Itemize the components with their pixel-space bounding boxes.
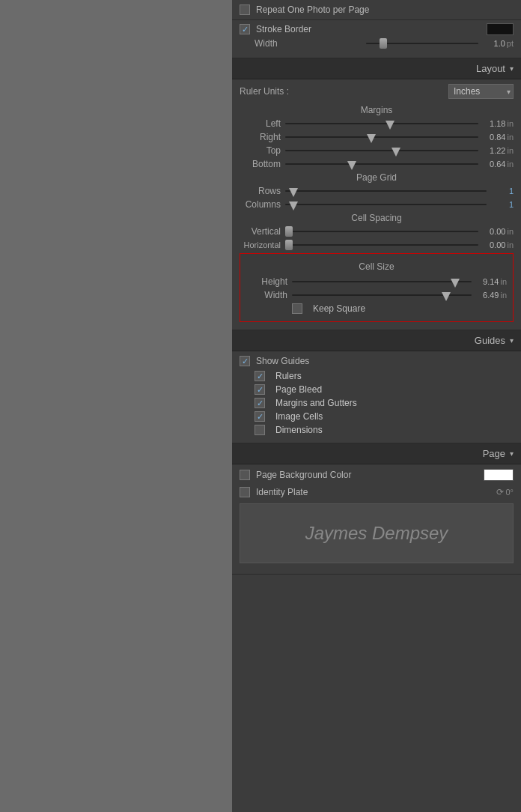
rows-label: Rows (240, 186, 281, 196)
stroke-border-checkbox[interactable] (240, 24, 250, 34)
identity-plate-rotation: 0° (505, 488, 514, 497)
margin-left-label: Left (240, 118, 281, 129)
columns-slider[interactable] (285, 199, 487, 210)
margin-top-label: Top (240, 145, 281, 156)
cell-spacing-title: Cell Spacing (240, 213, 514, 223)
page-bg-color-row: Page Background Color (240, 469, 514, 481)
cell-width-unit: in (500, 291, 507, 300)
vertical-spacing-label: Vertical (240, 226, 281, 237)
page-section-header[interactable]: Page ▾ (232, 443, 521, 464)
cell-height-value: 9.14 (472, 277, 499, 286)
margin-top-unit: in (507, 146, 514, 155)
layout-arrow-icon: ▾ (510, 64, 514, 73)
left-panel (0, 0, 232, 812)
vertical-spacing-unit: in (507, 227, 514, 236)
guides-arrow-icon: ▾ (510, 336, 514, 345)
cell-height-row: Height 9.14 in (246, 276, 507, 287)
rulers-checkbox[interactable] (255, 371, 265, 381)
identity-plate-preview: Jaymes Dempsey (240, 503, 514, 563)
stroke-border-section: Stroke Border Width 1.0 pt (232, 20, 521, 58)
show-guides-label: Show Guides (256, 356, 514, 366)
ruler-units-select-wrapper[interactable]: Inches Centimeters Points (448, 84, 514, 99)
horizontal-spacing-slider[interactable] (285, 240, 478, 250)
guides-content: Show Guides Rulers Page Bleed Margins an… (232, 351, 521, 443)
identity-plate-row: Identity Plate ⟳ 0° (240, 487, 514, 497)
horizontal-spacing-value: 0.00 (478, 240, 505, 249)
stroke-width-label: Width (255, 38, 366, 49)
rows-slider[interactable] (285, 186, 487, 196)
margins-gutters-label: Margins and Gutters (275, 398, 357, 408)
cell-width-label: Width (246, 290, 287, 300)
page-bg-color-label: Page Background Color (256, 470, 484, 480)
page-bg-color-swatch[interactable] (484, 469, 514, 481)
keep-square-row: Keep Square (246, 303, 507, 314)
page-bg-color-checkbox[interactable] (240, 470, 250, 480)
identity-plate-checkbox[interactable] (240, 487, 250, 497)
keep-square-checkbox[interactable] (292, 303, 302, 314)
guides-header-label: Guides (475, 335, 505, 346)
show-guides-checkbox[interactable] (240, 356, 250, 366)
margin-top-slider[interactable] (285, 145, 478, 156)
page-bleed-checkbox[interactable] (255, 384, 265, 395)
cell-height-label: Height (246, 276, 287, 287)
cell-width-value: 6.49 (472, 291, 499, 300)
layout-content: Ruler Units : Inches Centimeters Points … (232, 79, 521, 330)
margin-right-slider[interactable] (285, 132, 478, 142)
margin-bottom-unit: in (507, 160, 514, 169)
show-guides-row: Show Guides (240, 356, 514, 366)
image-cells-label: Image Cells (275, 411, 323, 422)
vertical-spacing-slider[interactable] (285, 226, 478, 237)
margins-gutters-checkbox[interactable] (255, 398, 265, 408)
page-bleed-label: Page Bleed (275, 384, 322, 395)
page-header-label: Page (483, 448, 505, 459)
rows-value: 1 (487, 187, 514, 196)
margin-right-value: 0.84 (478, 133, 505, 142)
vertical-spacing-value: 0.00 (478, 227, 505, 236)
keep-square-label: Keep Square (313, 303, 365, 314)
margin-right-label: Right (240, 132, 281, 142)
layout-section-header[interactable]: Layout ▾ (232, 58, 521, 79)
cell-width-row: Width 6.49 in (246, 290, 507, 300)
vertical-spacing-row: Vertical 0.00 in (240, 226, 514, 237)
margin-left-row: Left 1.18 in (240, 118, 514, 129)
repeat-photo-section: Repeat One Photo per Page (232, 0, 521, 20)
margin-bottom-row: Bottom 0.64 in (240, 159, 514, 169)
margin-bottom-value: 0.64 (478, 160, 505, 169)
margin-left-value: 1.18 (478, 119, 505, 128)
layout-header-label: Layout (476, 63, 505, 74)
page-content: Page Background Color Identity Plate ⟳ 0… (232, 464, 521, 575)
margin-right-unit: in (507, 133, 514, 142)
page-arrow-icon: ▾ (510, 449, 514, 458)
right-panel: Repeat One Photo per Page Stroke Border … (232, 0, 521, 812)
horizontal-spacing-label: Horizontal (240, 240, 281, 249)
image-cells-checkbox[interactable] (255, 411, 265, 422)
page-grid-title: Page Grid (240, 172, 514, 183)
cell-width-slider[interactable] (292, 290, 472, 300)
margin-bottom-slider[interactable] (285, 159, 478, 169)
cell-height-slider[interactable] (292, 276, 472, 287)
margins-title: Margins (240, 105, 514, 115)
rows-row: Rows 1 (240, 186, 514, 196)
dimensions-checkbox[interactable] (255, 425, 265, 435)
margin-top-value: 1.22 (478, 146, 505, 155)
image-cells-guide-item: Image Cells (240, 411, 514, 422)
dimensions-label: Dimensions (275, 425, 323, 435)
ruler-units-label: Ruler Units : (240, 86, 289, 97)
horizontal-spacing-unit: in (507, 240, 514, 249)
margin-right-row: Right 0.84 in (240, 132, 514, 142)
cell-size-section: Cell Size Height 9.14 in Width (240, 253, 514, 322)
stroke-border-label: Stroke Border (256, 24, 487, 34)
ruler-units-row: Ruler Units : Inches Centimeters Points (240, 84, 514, 99)
margin-left-slider[interactable] (285, 118, 478, 129)
identity-plate-label: Identity Plate (256, 487, 496, 497)
stroke-border-color[interactable] (487, 23, 514, 35)
rotation-icon: ⟳ (496, 487, 504, 497)
guides-section-header[interactable]: Guides ▾ (232, 330, 521, 351)
repeat-photo-checkbox[interactable] (240, 4, 250, 15)
cell-height-unit: in (500, 277, 507, 286)
rulers-label: Rulers (275, 371, 302, 381)
identity-preview-text: Jaymes Dempsey (305, 523, 448, 544)
ruler-units-select[interactable]: Inches Centimeters Points (448, 84, 514, 99)
stroke-width-slider[interactable] (366, 38, 478, 49)
columns-row: Columns 1 (240, 199, 514, 210)
